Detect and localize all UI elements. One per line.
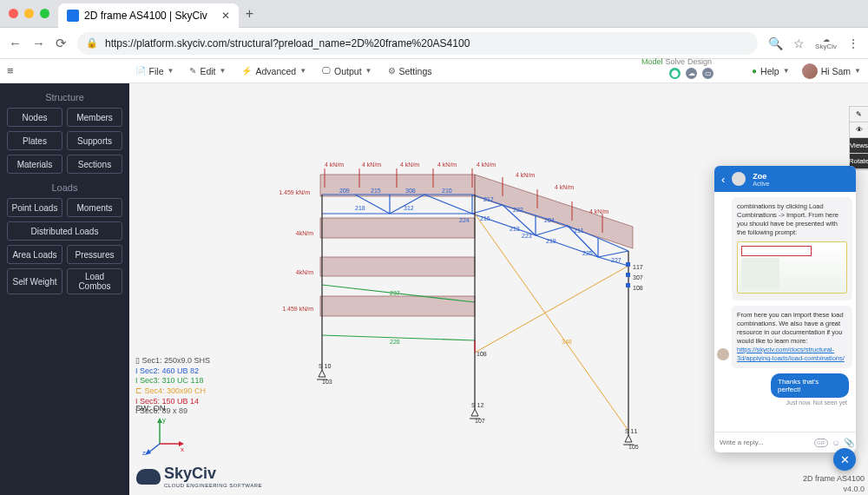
- bookmark-icon[interactable]: ☆: [793, 36, 805, 50]
- svg-text:223: 223: [522, 233, 532, 239]
- area-loads-button[interactable]: Area Loads: [7, 245, 62, 264]
- url-text: https://platform.skyciv.com/structural?p…: [105, 37, 470, 50]
- svg-text:312: 312: [404, 205, 414, 211]
- user-menu[interactable]: Hi Sam▼: [802, 63, 861, 79]
- svg-text:4 kN/m: 4 kN/m: [477, 162, 496, 168]
- nodes-button[interactable]: Nodes: [7, 108, 62, 127]
- svg-rect-42: [626, 283, 630, 287]
- chat-back-icon[interactable]: ‹: [721, 173, 725, 186]
- svg-text:1.459 kN/m: 1.459 kN/m: [282, 306, 313, 312]
- help-icon: ●: [752, 66, 757, 76]
- chat-meta: Just now. Not seen yet: [732, 399, 852, 406]
- extension-icon[interactable]: ☁︎SkyCiv: [815, 36, 837, 50]
- svg-marker-36: [471, 409, 478, 416]
- svg-text:108: 108: [477, 351, 487, 357]
- chat-image-thumb[interactable]: [737, 241, 847, 294]
- plates-button[interactable]: Plates: [7, 131, 62, 150]
- svg-marker-38: [625, 435, 632, 442]
- members-button[interactable]: Members: [67, 108, 122, 127]
- gif-icon[interactable]: GIF: [814, 439, 828, 447]
- chat-input[interactable]: [720, 439, 811, 446]
- reload-button[interactable]: ⟳: [56, 36, 67, 51]
- file-menu[interactable]: 📄File▼: [135, 66, 174, 76]
- settings-menu[interactable]: ⚙Settings: [388, 66, 432, 76]
- load-combos-button[interactable]: Load Combos: [67, 268, 122, 294]
- traffic-lights: [9, 9, 49, 18]
- chat-message-operator-2: From here you can import these load comb…: [732, 306, 852, 369]
- svg-text:217: 217: [483, 196, 494, 202]
- svg-line-17: [424, 195, 472, 214]
- chat-name: Zoe: [753, 172, 769, 181]
- svg-text:105: 105: [628, 444, 639, 450]
- supports-button[interactable]: Supports: [67, 131, 122, 150]
- svg-text:x: x: [181, 446, 184, 453]
- moments-button[interactable]: Moments: [67, 198, 122, 217]
- mode-design[interactable]: Design: [687, 57, 712, 66]
- self-weight-button[interactable]: Self Weight: [7, 268, 62, 294]
- forward-button[interactable]: →: [32, 36, 45, 50]
- svg-text:210: 210: [442, 188, 452, 194]
- self-weight-status: SW: ON: [135, 403, 166, 412]
- svg-line-29: [475, 266, 628, 353]
- loads-header: Loads: [5, 182, 124, 193]
- close-tab-icon[interactable]: ✕: [221, 10, 230, 22]
- sections-button[interactable]: Sections: [67, 155, 122, 174]
- model-canvas[interactable]: 4 kN/m 4 kN/m 4 kN/m 4 kN/m 4 kN/m 4 kN/…: [129, 83, 868, 495]
- solve-status-icon[interactable]: ☁: [686, 68, 697, 79]
- svg-text:218: 218: [355, 205, 365, 211]
- hamburger-icon[interactable]: ≡: [7, 64, 14, 77]
- chat-body[interactable]: combinations by clicking Load Combinatio…: [714, 192, 856, 432]
- back-button[interactable]: ←: [9, 36, 22, 50]
- svg-text:308: 308: [405, 188, 416, 194]
- lock-icon: 🔒: [86, 37, 98, 49]
- svg-marker-1: [320, 218, 475, 238]
- bolt-icon: ⚡: [241, 66, 252, 76]
- mode-model[interactable]: Model: [641, 57, 663, 66]
- browser-tab[interactable]: 2D frame AS4100 | SkyCiv ✕: [58, 3, 239, 28]
- views-tool[interactable]: Views: [850, 138, 868, 154]
- eye-tool[interactable]: 👁: [850, 122, 868, 138]
- svg-text:103: 103: [322, 379, 332, 385]
- svg-text:216: 216: [480, 215, 490, 221]
- svg-text:227: 227: [611, 257, 621, 263]
- sidebar: Structure Nodes Members Plates Supports …: [0, 83, 129, 495]
- chat-link[interactable]: https://skyciv.com/docs/structural-3d/ap…: [737, 346, 845, 362]
- chat-input-row: GIF ☺ 📎: [714, 432, 856, 452]
- point-loads-button[interactable]: Point Loads: [7, 198, 62, 217]
- distributed-loads-button[interactable]: Distributed Loads: [7, 221, 122, 241]
- version-label: v4.0.0: [843, 485, 865, 493]
- svg-line-25: [598, 251, 628, 257]
- close-window-icon[interactable]: [9, 9, 18, 18]
- search-icon[interactable]: 🔍: [768, 36, 783, 50]
- minimize-window-icon[interactable]: [24, 9, 34, 18]
- design-status-icon[interactable]: ▭: [702, 68, 713, 79]
- mode-solve[interactable]: Solve: [665, 57, 685, 66]
- svg-text:222: 222: [513, 207, 523, 213]
- output-menu[interactable]: 🖵Output▼: [322, 66, 372, 76]
- advanced-menu[interactable]: ⚡Advanced▼: [241, 66, 306, 76]
- svg-text:S 10: S 10: [319, 363, 332, 369]
- new-tab-button[interactable]: +: [246, 6, 253, 22]
- axes-gizmo[interactable]: y x z: [142, 413, 186, 457]
- app-toolbar: ≡ 📄File▼ ✎Edit▼ ⚡Advanced▼ 🖵Output▼ ⚙Set…: [0, 59, 868, 83]
- attach-icon[interactable]: 📎: [844, 438, 854, 447]
- svg-text:4kN/m: 4kN/m: [296, 269, 313, 275]
- svg-text:213: 213: [510, 226, 520, 232]
- materials-button[interactable]: Materials: [7, 155, 62, 174]
- chat-close-fab[interactable]: ✕: [833, 448, 856, 471]
- svg-text:219: 219: [546, 238, 556, 244]
- svg-line-19: [472, 205, 503, 214]
- svg-marker-2: [320, 257, 475, 276]
- edit-menu[interactable]: ✎Edit▼: [189, 66, 226, 76]
- svg-text:224: 224: [459, 217, 470, 223]
- help-menu[interactable]: ●Help▼: [752, 66, 790, 76]
- structure-header: Structure: [5, 92, 124, 102]
- menu-icon[interactable]: ⋮: [847, 36, 859, 50]
- model-status-icon[interactable]: ⬤: [669, 68, 681, 79]
- emoji-icon[interactable]: ☺: [832, 438, 840, 447]
- maximize-window-icon[interactable]: [40, 9, 49, 18]
- pencil-tool[interactable]: ✎: [850, 107, 868, 122]
- svg-text:348: 348: [562, 339, 572, 345]
- pressures-button[interactable]: Pressures: [67, 245, 122, 264]
- url-input[interactable]: 🔒 https://platform.skyciv.com/structural…: [77, 32, 758, 55]
